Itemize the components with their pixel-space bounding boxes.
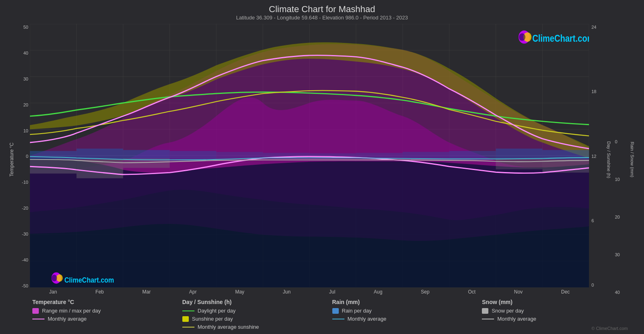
legend-temp-range-label: Range min / max per day (42, 308, 101, 314)
chart-area: ClimeChart.com ClimeChart.com (30, 24, 589, 287)
svg-point-45 (519, 33, 526, 41)
subtitle: Latitude 36.309 - Longitude 59.648 - Ele… (8, 15, 636, 21)
y-axis-left: 50 40 30 20 10 0 -10 -20 -30 -40 -50 (15, 24, 30, 296)
legend-sunshine-avg: Monthly average sunshine (182, 324, 332, 330)
svg-rect-25 (30, 151, 76, 160)
svg-point-48 (56, 274, 63, 282)
legend-temperature: Temperature °C Range min / max per day M… (32, 299, 182, 330)
legend-snow-avg: Monthly average (482, 316, 632, 322)
legend-snow-swatch-row: Snow per day (482, 308, 632, 314)
svg-rect-34 (449, 151, 496, 160)
rain-swatch (332, 308, 339, 314)
legend-daylight-label: Daylight per day (198, 308, 236, 314)
y-axis-right-rain: 0 10 20 30 40 (612, 24, 629, 296)
svg-rect-35 (496, 149, 543, 160)
legend-sunshine-swatch-row: Sunshine per day (182, 316, 332, 322)
legend-rain-label: Rain per day (342, 308, 372, 314)
legend-area: Temperature °C Range min / max per day M… (8, 296, 636, 330)
y-axis-right-sunshine-label: Day / Sunshine (h) (606, 141, 611, 178)
sunshine-avg-line (182, 327, 194, 328)
legend-snow-avg-label: Monthly average (497, 316, 536, 322)
legend-rain-avg-label: Monthly average (348, 316, 386, 322)
legend-sunshine-avg-label: Monthly average sunshine (198, 324, 259, 330)
y-axis-right-rain-label: Rain / Snow (mm) (630, 142, 635, 177)
legend-temp-avg-label: Monthly average (48, 316, 87, 322)
legend-temp-header: Temperature °C (32, 299, 182, 305)
svg-rect-27 (123, 150, 170, 160)
y-axis-left-label: Temperature °C (9, 143, 15, 177)
legend-rain: Rain (mm) Rain per day Monthly average (332, 299, 482, 330)
svg-text:ClimeChart.com: ClimeChart.com (64, 276, 114, 284)
legend-sunshine-swatch-label: Sunshine per day (192, 316, 233, 322)
svg-rect-40 (496, 159, 543, 170)
legend-snow: Snow (mm) Snow per day Monthly average ©… (482, 299, 632, 330)
rain-avg-line (332, 319, 344, 319)
main-title: Climate Chart for Mashhad (8, 4, 636, 15)
svg-text:ClimeChart.com: ClimeChart.com (532, 33, 589, 44)
legend-rain-avg: Monthly average (332, 316, 482, 322)
legend-daylight: Daylight per day (182, 308, 332, 314)
legend-temp-avg: Monthly average (32, 316, 182, 322)
daylight-line (182, 311, 194, 311)
y-axis-right-sunshine: 24 18 12 6 0 (589, 24, 605, 296)
svg-point-49 (51, 275, 57, 281)
title-section: Climate Chart for Mashhad Latitude 36.30… (8, 4, 636, 21)
legend-snow-label: Snow per day (492, 308, 524, 314)
temp-avg-line (32, 319, 44, 319)
legend-temp-range: Range min / max per day (32, 308, 182, 314)
svg-rect-28 (170, 151, 216, 160)
x-axis-labels: Jan Feb Mar Apr May Jun Jul Aug Sep Oct … (30, 287, 589, 296)
legend-sunshine: Day / Sunshine (h) Daylight per day Suns… (182, 299, 332, 330)
snow-swatch (482, 308, 488, 314)
copyright: © ClimeChart.com (591, 326, 628, 331)
legend-sunshine-header: Day / Sunshine (h) (182, 299, 332, 305)
temp-range-swatch (32, 308, 39, 314)
legend-snow-header: Snow (mm) (482, 299, 632, 305)
legend-rain-swatch-row: Rain per day (332, 308, 482, 314)
chart-svg: ClimeChart.com ClimeChart.com (30, 24, 589, 287)
svg-rect-33 (403, 152, 449, 159)
legend-rain-header: Rain (mm) (332, 299, 482, 305)
sunshine-swatch (182, 316, 189, 322)
snow-avg-line (482, 319, 494, 319)
